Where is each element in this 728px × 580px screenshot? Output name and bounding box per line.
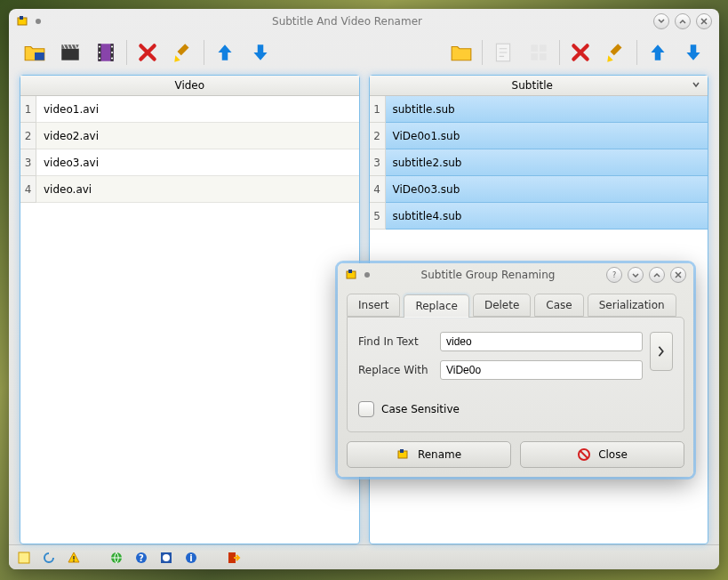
svg-point-9 — [99, 57, 100, 59]
row-number: 1 — [370, 96, 386, 123]
close-dialog-button[interactable]: Close — [520, 441, 684, 468]
table-row[interactable]: 3subtitle2.sub — [370, 149, 708, 176]
chevron-down-icon — [690, 79, 702, 92]
subtitle-header-label: Subtitle — [375, 79, 691, 92]
table-row[interactable]: 5subtitle4.sub — [370, 203, 708, 230]
rename-button-label: Rename — [418, 448, 461, 461]
case-sensitive-checkbox[interactable] — [358, 401, 374, 417]
rename-button[interactable]: Rename — [347, 441, 511, 468]
row-number: 3 — [370, 149, 386, 176]
svg-rect-19 — [73, 556, 74, 560]
document-button[interactable] — [488, 37, 518, 68]
replace-tab-body: Find In Text Replace With Case Sensitive — [347, 317, 684, 432]
find-input[interactable] — [440, 332, 643, 351]
row-number: 4 — [20, 176, 36, 203]
svg-rect-16 — [531, 53, 538, 60]
swap-button[interactable] — [650, 332, 673, 371]
table-row[interactable]: 4video.avi — [20, 176, 359, 203]
row-number: 3 — [20, 149, 36, 176]
clapper-button[interactable] — [55, 37, 85, 68]
tiny-dot-icon — [364, 272, 370, 278]
open-folder-subtitle-button[interactable] — [446, 37, 476, 68]
row-number: 2 — [20, 123, 36, 149]
main-titlebar: Subtitle And Video Renamer — [9, 9, 719, 34]
clean-subtitle-button[interactable] — [601, 37, 631, 68]
svg-point-10 — [111, 45, 113, 47]
dialog-close-button[interactable] — [670, 267, 686, 283]
app-icon — [16, 14, 30, 28]
tiny-dot-icon — [36, 19, 41, 24]
video-panel-header[interactable]: Video — [20, 76, 359, 96]
grid-button[interactable] — [524, 37, 554, 68]
table-row[interactable]: 4ViDe0o3.sub — [370, 176, 708, 203]
subtitle-filename: subtitle.sub — [386, 96, 708, 123]
replace-input[interactable] — [440, 360, 643, 380]
dialog-app-icon — [345, 268, 359, 282]
subtitle-filename: ViDe0o3.sub — [386, 176, 708, 203]
svg-text:i: i — [189, 553, 192, 563]
move-up-video-button[interactable] — [210, 37, 240, 68]
tab-insert[interactable]: Insert — [347, 294, 400, 317]
svg-rect-3 — [61, 49, 79, 60]
exit-icon[interactable] — [226, 550, 242, 566]
delete-subtitle-button[interactable] — [565, 37, 596, 68]
close-button[interactable] — [696, 13, 712, 29]
table-row[interactable]: 1subtitle.sub — [370, 96, 708, 123]
note-icon[interactable] — [16, 550, 32, 566]
row-number: 5 — [370, 203, 386, 230]
svg-rect-17 — [540, 53, 547, 60]
dialog-maximize-button[interactable] — [649, 267, 665, 283]
open-folder-video-button[interactable] — [20, 37, 50, 68]
svg-rect-15 — [540, 44, 547, 52]
subtitle-panel-header[interactable]: Subtitle — [370, 76, 708, 96]
video-list[interactable]: 1video1.avi2video2.avi3video3.avi4video.… — [20, 96, 359, 544]
table-row[interactable]: 2ViDe0o1.sub — [370, 123, 708, 149]
svg-rect-30 — [348, 270, 352, 273]
help-icon[interactable]: ? — [133, 550, 149, 566]
info-icon[interactable]: i — [183, 550, 199, 566]
dialog-minimize-button[interactable] — [628, 267, 644, 283]
video-filename: video.avi — [36, 176, 359, 203]
close-button-label: Close — [598, 448, 628, 461]
table-row[interactable]: 2video2.avi — [20, 123, 359, 149]
minimize-button[interactable] — [653, 13, 669, 29]
move-up-subtitle-button[interactable] — [643, 37, 673, 68]
warning-icon[interactable] — [66, 550, 82, 566]
subtitle-filename: subtitle4.sub — [386, 203, 708, 230]
dialog-tabs: Insert Replace Delete Case Serialization — [338, 286, 693, 317]
table-row[interactable]: 3video3.avi — [20, 149, 359, 176]
svg-point-11 — [111, 52, 113, 53]
row-number: 2 — [370, 123, 386, 149]
svg-rect-18 — [19, 552, 29, 563]
subtitle-filename: subtitle2.sub — [386, 149, 708, 176]
subtitle-filename: ViDe0o1.sub — [386, 123, 708, 149]
tab-case[interactable]: Case — [534, 294, 583, 317]
video-filename: video3.avi — [36, 149, 359, 176]
about-icon[interactable] — [158, 550, 174, 566]
globe-icon[interactable] — [108, 550, 124, 566]
svg-rect-14 — [531, 44, 538, 52]
dialog-help-button[interactable]: ? — [606, 267, 622, 283]
rename-dialog: Subtitle Group Renaming ? Insert Replace… — [338, 263, 693, 477]
statusbar: ? i — [9, 544, 719, 569]
svg-point-12 — [111, 57, 113, 59]
move-down-subtitle-button[interactable] — [678, 37, 708, 68]
delete-video-button[interactable] — [132, 37, 163, 68]
tab-serialization[interactable]: Serialization — [588, 294, 676, 317]
tab-delete[interactable]: Delete — [473, 294, 531, 317]
clean-video-button[interactable] — [168, 37, 198, 68]
maximize-button[interactable] — [675, 13, 691, 29]
svg-rect-1 — [20, 16, 23, 20]
replace-label: Replace With — [358, 364, 433, 376]
refresh-icon[interactable] — [41, 550, 57, 566]
svg-text:?: ? — [139, 553, 144, 563]
film-strip-button[interactable] — [91, 37, 121, 68]
find-label: Find In Text — [358, 335, 433, 348]
table-row[interactable]: 1video1.avi — [20, 96, 359, 123]
move-down-video-button[interactable] — [245, 37, 276, 68]
row-number: 1 — [20, 96, 36, 123]
svg-rect-20 — [73, 560, 74, 561]
tab-replace[interactable]: Replace — [404, 294, 468, 318]
main-title: Subtitle And Video Renamer — [46, 15, 648, 28]
svg-point-7 — [99, 45, 100, 47]
